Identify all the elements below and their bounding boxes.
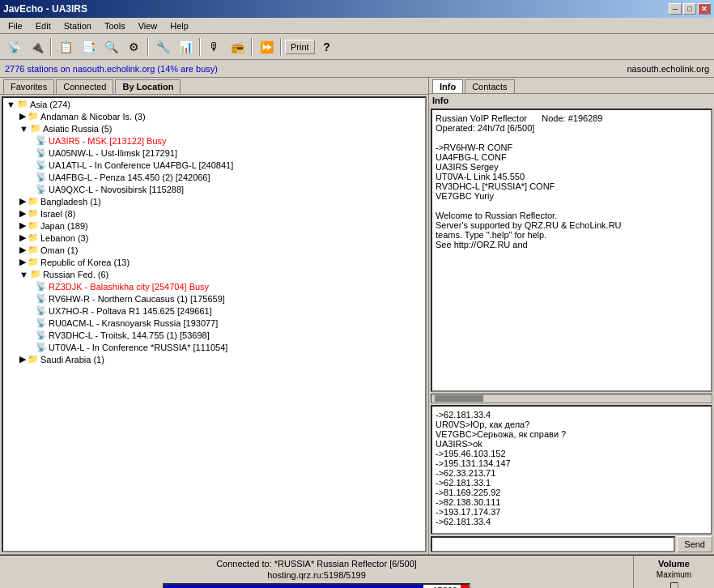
tb-btn-5[interactable]: 🔍 <box>100 37 121 57</box>
tab-contacts[interactable]: Contacts <box>465 79 514 93</box>
tree-item-label: Bangladesh (1) <box>40 197 101 207</box>
tree-item-label: Oman (1) <box>40 245 78 255</box>
list-item[interactable]: ▶ 📁 Lebanon (3) <box>3 232 425 244</box>
tree-item-label: Lebanon (3) <box>40 233 88 243</box>
tb-btn-3[interactable]: 📋 <box>55 37 76 57</box>
tb-btn-2[interactable]: 🔌 <box>26 37 47 57</box>
station-icon: 📡 <box>36 305 47 316</box>
app-title: JavEcho - UA3IRS <box>3 3 87 15</box>
bottom-panel: Connected to: *RUSSIA* Russian Reflector… <box>0 554 714 588</box>
station-icon: 📡 <box>36 281 47 292</box>
tab-favorites[interactable]: Favorites <box>3 79 54 94</box>
list-item[interactable]: 📡 UT0VA-L - In Conference *RUSSIA* [1110… <box>3 341 425 353</box>
menu-view[interactable]: View <box>134 19 163 32</box>
tb-btn-6[interactable]: ⚙ <box>123 37 144 57</box>
toolbar: 📡 🔌 📋 📑 🔍 ⚙ 🔧 📊 🎙 📻 ⏩ Print ? <box>0 34 714 60</box>
list-item[interactable]: ▶ 📁 Republic of Korea (13) <box>3 256 425 268</box>
expand-icon: ▼ <box>19 270 28 279</box>
volume-title: Volume <box>658 559 690 569</box>
left-panel: Favorites Connected By Location ▼ 📁 Asia… <box>0 78 429 554</box>
tb-btn-9[interactable]: 🎙 <box>204 37 225 57</box>
tree-item-label: RV3DHC-L - Troitsk, 144.755 (1) [53698] <box>49 330 210 340</box>
menu-tools[interactable]: Tools <box>100 19 130 32</box>
menu-help[interactable]: Help <box>165 19 193 32</box>
list-item[interactable]: 📡 RZ3DJK - Balashikha city [254704] Busy <box>3 280 425 292</box>
list-item[interactable]: ▶ 📁 Oman (1) <box>3 244 425 256</box>
list-item[interactable]: ▼ 📁 Asiatic Russia (5) <box>3 122 425 134</box>
list-item[interactable]: ▶ 📁 Japan (189) <box>3 219 425 232</box>
folder-icon: 📁 <box>28 257 39 267</box>
list-item[interactable]: ▶ 📁 Saudi Arabia (1) <box>3 353 425 365</box>
list-item[interactable]: 📡 UA9QXC-L - Novosibirsk [115288] <box>3 183 425 195</box>
list-item[interactable]: ▶ 📁 Israel (8) <box>3 207 425 219</box>
chat-line: VE7GBC>Серьожа, як справи ? <box>436 429 708 439</box>
tb-sep-4 <box>251 38 253 56</box>
expand-icon: ▶ <box>19 257 26 267</box>
tb-btn-8[interactable]: 📊 <box>175 37 196 57</box>
minimize-button[interactable]: ─ <box>669 3 682 15</box>
chat-line: UA3IRS>ok <box>436 439 708 449</box>
list-item[interactable]: 📡 UA4FBG-L - Penza 145.450 (2) [242066] <box>3 171 425 183</box>
list-item[interactable]: ▼ 📁 Asia (274) <box>3 98 425 110</box>
folder-icon: 📁 <box>28 232 39 243</box>
list-item[interactable]: 📡 UA05NW-L - Ust-Ilimsk [217291] <box>3 147 425 159</box>
tree-item-label: UT0VA-L - In Conference *RUSSIA* [111054… <box>49 343 227 352</box>
chat-scrollbar[interactable] <box>431 394 712 403</box>
tb-btn-7[interactable]: 🔧 <box>152 37 173 57</box>
chat-input-row: Send <box>431 536 712 552</box>
tb-btn-4[interactable]: 📑 <box>78 37 99 57</box>
print-button[interactable]: Print <box>285 40 315 54</box>
tb-btn-1[interactable]: 📡 <box>3 37 24 57</box>
folder-icon: 📁 <box>28 245 39 255</box>
info-line: teams. Type ".help" for help. <box>436 230 708 240</box>
station-icon: 📡 <box>36 184 47 194</box>
tb-btn-10[interactable]: 📻 <box>227 37 248 57</box>
send-button[interactable]: Send <box>677 536 712 552</box>
station-icon: 📡 <box>36 135 47 146</box>
tab-by-location[interactable]: By Location <box>115 79 181 94</box>
status-bar: 2776 stations on nasouth.echolink.org (1… <box>0 60 714 78</box>
expand-icon: ▶ <box>19 220 26 231</box>
tree-item-label: UX7HO-R - Poltava R1 145.625 [249661] <box>49 306 212 316</box>
tb-btn-11[interactable]: ⏩ <box>256 37 277 57</box>
menu-edit[interactable]: Edit <box>31 19 56 32</box>
list-item[interactable]: 📡 RU0ACM-L - Krasnoyarsk Russia [193077] <box>3 317 425 329</box>
list-item[interactable]: 📡 RV3DHC-L - Troitsk, 144.755 (1) [53698… <box>3 329 425 341</box>
tree-item-label: UA3IR5 - MSK [213122] Busy <box>49 136 167 146</box>
chat-line: ->62.181.33.1 <box>436 478 708 488</box>
close-button[interactable]: ✕ <box>698 3 711 15</box>
info-line: VE7GBC Yuriy <box>436 191 708 201</box>
info-line: Server's supported by QRZ.RU & EchoLink.… <box>436 220 708 230</box>
server-address: nasouth.echolink.org <box>627 64 709 74</box>
tree-item-label: UA05NW-L - Ust-Ilimsk [217291] <box>49 148 177 158</box>
info-section-label: Info <box>429 94 714 107</box>
expand-icon: ▶ <box>19 208 26 219</box>
tab-connected[interactable]: Connected <box>56 79 113 94</box>
list-item[interactable]: ▶ 📁 Andaman & Nicobar Is. (3) <box>3 110 425 122</box>
maximize-button[interactable]: □ <box>683 3 696 15</box>
chat-line: ->193.17.174.37 <box>436 507 708 517</box>
station-tree[interactable]: ▼ 📁 Asia (274) ▶ 📁 Andaman & Nicobar Is.… <box>2 96 427 552</box>
connection-host: hosting.qrz.ru:5198/5199 <box>267 570 366 580</box>
right-tabs-row: Info Contacts <box>429 78 714 94</box>
tree-item-label: Asiatic Russia (5) <box>43 124 113 134</box>
chat-line: ->62.181.33.4 <box>436 517 708 526</box>
info-line: UA4FBG-L CONF <box>436 152 708 162</box>
list-item[interactable]: 📡 UA3IR5 - MSK [213122] Busy <box>3 134 425 147</box>
help-button[interactable]: ? <box>317 37 338 57</box>
menu-file[interactable]: File <box>3 19 28 32</box>
tab-info[interactable]: Info <box>432 79 463 93</box>
progress-fill <box>164 585 423 588</box>
tb-sep-2 <box>147 38 149 56</box>
menu-station[interactable]: Station <box>59 19 96 32</box>
list-item[interactable]: ▶ 📁 Bangladesh (1) <box>3 195 425 207</box>
list-item[interactable]: ▼ 📁 Russian Fed. (6) <box>3 268 425 280</box>
volume-slider[interactable] <box>670 582 678 588</box>
list-item[interactable]: 📡 UX7HO-R - Poltava R1 145.625 [249661] <box>3 305 425 317</box>
station-icon: 📡 <box>36 293 47 304</box>
tree-item-label: RU0ACM-L - Krasnoyarsk Russia [193077] <box>49 318 218 328</box>
list-item[interactable]: 📡 RV6HW-R - Northern Caucasus (1) [17565… <box>3 292 425 305</box>
chat-input[interactable] <box>431 536 675 552</box>
list-item[interactable]: 📡 UA1ATI-L - In Conference UA4FBG-L [240… <box>3 159 425 171</box>
folder-icon: 📁 <box>28 220 39 231</box>
